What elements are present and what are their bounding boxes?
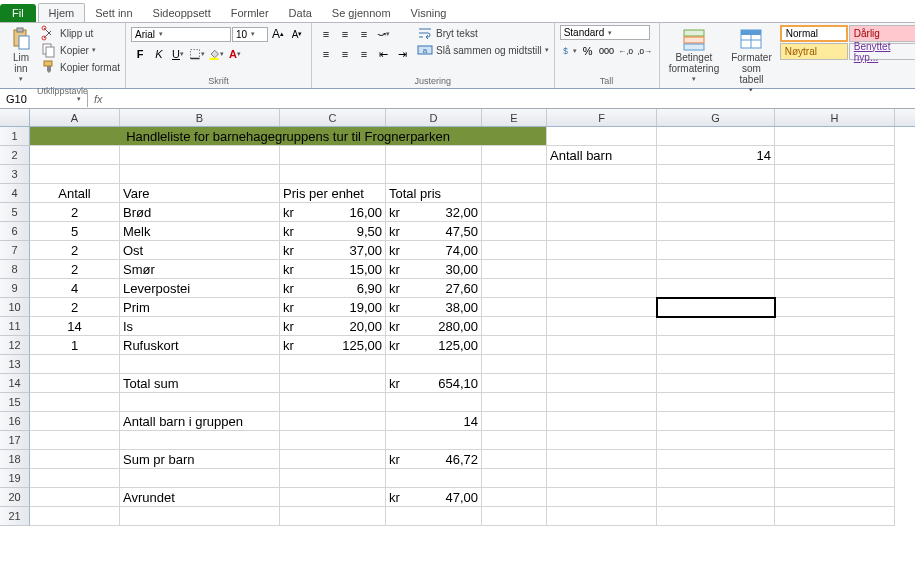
style-bad[interactable]: Dårlig xyxy=(849,25,915,42)
cell-D18[interactable]: kr46,72 xyxy=(386,450,482,469)
cell-A16[interactable] xyxy=(30,412,120,431)
border-button[interactable]: ▾ xyxy=(188,45,206,63)
cell-A18[interactable] xyxy=(30,450,120,469)
cell-F11[interactable] xyxy=(547,317,657,336)
cell-E13[interactable] xyxy=(482,355,547,374)
row-header-17[interactable]: 17 xyxy=(0,431,30,450)
cell-C19[interactable] xyxy=(280,469,386,488)
cell-F16[interactable] xyxy=(547,412,657,431)
cell-G12[interactable] xyxy=(657,336,775,355)
cell-E11[interactable] xyxy=(482,317,547,336)
row-header-8[interactable]: 8 xyxy=(0,260,30,279)
cell-G18[interactable] xyxy=(657,450,775,469)
cell-D8[interactable]: kr30,00 xyxy=(386,260,482,279)
tab-sideoppsett[interactable]: Sideoppsett xyxy=(143,4,221,22)
cell-A14[interactable] xyxy=(30,374,120,393)
cell-C2[interactable] xyxy=(280,146,386,165)
cell-E6[interactable] xyxy=(482,222,547,241)
dec-decimal-button[interactable]: ,0→ xyxy=(636,42,654,60)
cell-D11[interactable]: kr280,00 xyxy=(386,317,482,336)
col-header-G[interactable]: G xyxy=(657,109,775,126)
font-color-button[interactable]: A▾ xyxy=(226,45,244,63)
cell-F9[interactable] xyxy=(547,279,657,298)
cell-G20[interactable] xyxy=(657,488,775,507)
tab-visning[interactable]: Visning xyxy=(401,4,457,22)
row-header-9[interactable]: 9 xyxy=(0,279,30,298)
row-header-4[interactable]: 4 xyxy=(0,184,30,203)
cut-button[interactable]: Klipp ut xyxy=(41,25,120,41)
cell-E10[interactable] xyxy=(482,298,547,317)
align-left-button[interactable]: ≡ xyxy=(317,45,335,63)
cell-F19[interactable] xyxy=(547,469,657,488)
cell-A17[interactable] xyxy=(30,431,120,450)
cell-F12[interactable] xyxy=(547,336,657,355)
cell-C7[interactable]: kr37,00 xyxy=(280,241,386,260)
number-format-select[interactable]: Standard▾ xyxy=(560,25,650,40)
font-name-select[interactable]: Arial▾ xyxy=(131,27,231,42)
cell-D10[interactable]: kr38,00 xyxy=(386,298,482,317)
italic-button[interactable]: K xyxy=(150,45,168,63)
cell-F15[interactable] xyxy=(547,393,657,412)
cell-H2[interactable] xyxy=(775,146,895,165)
cell-G1[interactable] xyxy=(657,127,775,146)
align-right-button[interactable]: ≡ xyxy=(355,45,373,63)
col-header-F[interactable]: F xyxy=(547,109,657,126)
cell-A1[interactable]: Handleliste for barnehagegruppens tur ti… xyxy=(30,127,547,146)
cell-H5[interactable] xyxy=(775,203,895,222)
align-top-button[interactable]: ≡ xyxy=(317,25,335,43)
cell-C20[interactable] xyxy=(280,488,386,507)
cell-A20[interactable] xyxy=(30,488,120,507)
cell-D15[interactable] xyxy=(386,393,482,412)
cell-H20[interactable] xyxy=(775,488,895,507)
row-header-2[interactable]: 2 xyxy=(0,146,30,165)
cell-G8[interactable] xyxy=(657,260,775,279)
cell-H9[interactable] xyxy=(775,279,895,298)
cell-C8[interactable]: kr15,00 xyxy=(280,260,386,279)
cell-D9[interactable]: kr27,60 xyxy=(386,279,482,298)
cell-A11[interactable]: 14 xyxy=(30,317,120,336)
cell-D5[interactable]: kr32,00 xyxy=(386,203,482,222)
cell-H16[interactable] xyxy=(775,412,895,431)
cell-B21[interactable] xyxy=(120,507,280,526)
style-hyperlink[interactable]: Benyttet hyp... xyxy=(849,43,915,60)
cell-D19[interactable] xyxy=(386,469,482,488)
cell-G17[interactable] xyxy=(657,431,775,450)
cell-H15[interactable] xyxy=(775,393,895,412)
cell-B15[interactable] xyxy=(120,393,280,412)
cell-C14[interactable] xyxy=(280,374,386,393)
cell-D12[interactable]: kr125,00 xyxy=(386,336,482,355)
row-header-18[interactable]: 18 xyxy=(0,450,30,469)
cell-A19[interactable] xyxy=(30,469,120,488)
cell-E14[interactable] xyxy=(482,374,547,393)
cell-A21[interactable] xyxy=(30,507,120,526)
cell-H12[interactable] xyxy=(775,336,895,355)
cell-E19[interactable] xyxy=(482,469,547,488)
paste-button[interactable]: Lim inn▾ xyxy=(5,25,37,85)
cell-A10[interactable]: 2 xyxy=(30,298,120,317)
cell-C3[interactable] xyxy=(280,165,386,184)
cell-F10[interactable] xyxy=(547,298,657,317)
cell-E18[interactable] xyxy=(482,450,547,469)
cell-A12[interactable]: 1 xyxy=(30,336,120,355)
cell-F17[interactable] xyxy=(547,431,657,450)
copy-button[interactable]: Kopier▾ xyxy=(41,42,120,58)
cell-F4[interactable] xyxy=(547,184,657,203)
cell-H3[interactable] xyxy=(775,165,895,184)
wrap-text-button[interactable]: Bryt tekst xyxy=(417,25,549,41)
tab-formler[interactable]: Formler xyxy=(221,4,279,22)
cell-E3[interactable] xyxy=(482,165,547,184)
percent-button[interactable]: % xyxy=(579,42,597,60)
cell-E16[interactable] xyxy=(482,412,547,431)
cell-G7[interactable] xyxy=(657,241,775,260)
cell-E12[interactable] xyxy=(482,336,547,355)
cell-B10[interactable]: Prim xyxy=(120,298,280,317)
cell-E21[interactable] xyxy=(482,507,547,526)
cell-H7[interactable] xyxy=(775,241,895,260)
row-header-10[interactable]: 10 xyxy=(0,298,30,317)
cell-D6[interactable]: kr47,50 xyxy=(386,222,482,241)
cell-A15[interactable] xyxy=(30,393,120,412)
row-header-7[interactable]: 7 xyxy=(0,241,30,260)
cell-B9[interactable]: Leverpostei xyxy=(120,279,280,298)
cell-E7[interactable] xyxy=(482,241,547,260)
cell-G5[interactable] xyxy=(657,203,775,222)
